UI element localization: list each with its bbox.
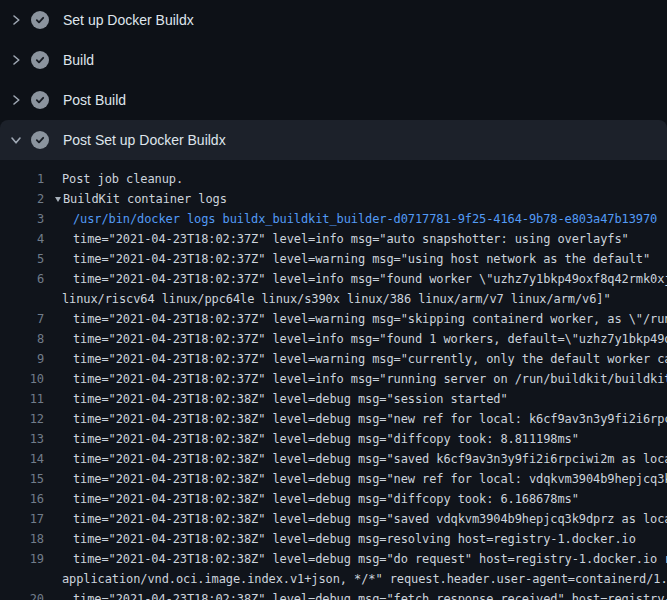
- log-line-continuation: application/vnd.oci.image.index.v1+json,…: [0, 569, 667, 589]
- log-line: 1Post job cleanup.: [0, 169, 667, 189]
- log-line: 8time="2021-04-23T18:02:37Z" level=info …: [0, 329, 667, 349]
- check-circle-icon: [31, 51, 49, 69]
- line-number[interactable]: 19: [0, 549, 44, 569]
- line-number: [0, 289, 44, 309]
- line-number[interactable]: 18: [0, 529, 44, 549]
- chevron-right-icon: [10, 54, 22, 66]
- log-line-text: time="2021-04-23T18:02:38Z" level=debug …: [73, 389, 508, 409]
- line-number[interactable]: 1: [0, 169, 44, 189]
- log-viewer: 1Post job cleanup. 2BuildKit container l…: [0, 160, 667, 600]
- line-number[interactable]: 2: [0, 189, 44, 209]
- log-line: 16time="2021-04-23T18:02:38Z" level=debu…: [0, 489, 667, 509]
- log-line-text: Post job cleanup.: [62, 169, 183, 189]
- log-line-text: time="2021-04-23T18:02:38Z" level=debug …: [73, 549, 667, 569]
- log-command-link[interactable]: /usr/bin/docker logs buildx_buildkit_bui…: [73, 209, 657, 229]
- log-line-text: time="2021-04-23T18:02:37Z" level=info m…: [73, 269, 667, 289]
- log-line-text: time="2021-04-23T18:02:37Z" level=info m…: [73, 369, 667, 389]
- line-number[interactable]: 20: [0, 589, 44, 600]
- log-line-text: linux/riscv64 linux/ppc64le linux/s390x …: [62, 289, 611, 309]
- step-label: Build: [63, 52, 94, 68]
- log-line: 5time="2021-04-23T18:02:37Z" level=warni…: [0, 249, 667, 269]
- line-number[interactable]: 3: [0, 209, 44, 229]
- line-number[interactable]: 8: [0, 329, 44, 349]
- log-line-continuation: linux/riscv64 linux/ppc64le linux/s390x …: [0, 289, 667, 309]
- log-line: 12time="2021-04-23T18:02:38Z" level=debu…: [0, 409, 667, 429]
- log-line-text: time="2021-04-23T18:02:37Z" level=info m…: [73, 229, 629, 249]
- line-number[interactable]: 16: [0, 489, 44, 509]
- line-number[interactable]: 7: [0, 309, 44, 329]
- log-group-header[interactable]: 2BuildKit container logs: [0, 189, 667, 209]
- log-line-text: time="2021-04-23T18:02:37Z" level=warnin…: [73, 309, 667, 329]
- line-number[interactable]: 10: [0, 369, 44, 389]
- step-label: Post Build: [63, 92, 126, 108]
- collapse-triangle-icon[interactable]: [55, 197, 61, 202]
- check-circle-icon: [31, 91, 49, 109]
- log-line-text: time="2021-04-23T18:02:38Z" level=debug …: [73, 429, 579, 449]
- log-line-text: time="2021-04-23T18:02:37Z" level=warnin…: [73, 349, 667, 369]
- chevron-right-icon: [10, 14, 22, 26]
- log-line: 18time="2021-04-23T18:02:38Z" level=debu…: [0, 529, 667, 549]
- log-line: 13time="2021-04-23T18:02:38Z" level=debu…: [0, 429, 667, 449]
- log-line-text: time="2021-04-23T18:02:38Z" level=debug …: [73, 529, 636, 549]
- line-number[interactable]: 6: [0, 269, 44, 289]
- line-number[interactable]: 9: [0, 349, 44, 369]
- check-circle-icon: [31, 131, 49, 149]
- line-number[interactable]: 17: [0, 509, 44, 529]
- check-circle-icon: [31, 11, 49, 29]
- log-line-text: time="2021-04-23T18:02:38Z" level=debug …: [73, 449, 667, 469]
- log-line: 6time="2021-04-23T18:02:37Z" level=info …: [0, 269, 667, 289]
- log-line-text: time="2021-04-23T18:02:38Z" level=debug …: [73, 469, 667, 489]
- log-line-text: application/vnd.oci.image.index.v1+json,…: [62, 569, 667, 589]
- log-line: 4time="2021-04-23T18:02:37Z" level=info …: [0, 229, 667, 249]
- log-line: 10time="2021-04-23T18:02:37Z" level=info…: [0, 369, 667, 389]
- line-number[interactable]: 5: [0, 249, 44, 269]
- step-row-build[interactable]: Build: [0, 40, 667, 80]
- line-number[interactable]: 14: [0, 449, 44, 469]
- chevron-down-icon: [10, 134, 22, 146]
- log-line: 11time="2021-04-23T18:02:38Z" level=debu…: [0, 389, 667, 409]
- step-row-post-build[interactable]: Post Build: [0, 80, 667, 120]
- log-line: 9time="2021-04-23T18:02:37Z" level=warni…: [0, 349, 667, 369]
- log-line: 7time="2021-04-23T18:02:37Z" level=warni…: [0, 309, 667, 329]
- log-group-title: BuildKit container logs: [63, 189, 227, 209]
- log-line: 15time="2021-04-23T18:02:38Z" level=debu…: [0, 469, 667, 489]
- line-number[interactable]: 12: [0, 409, 44, 429]
- log-line-text: time="2021-04-23T18:02:38Z" level=debug …: [73, 509, 667, 529]
- log-line: 14time="2021-04-23T18:02:38Z" level=debu…: [0, 449, 667, 469]
- log-line: 20time="2021-04-23T18:02:38Z" level=debu…: [0, 589, 667, 600]
- log-line-text: time="2021-04-23T18:02:37Z" level=info m…: [73, 329, 667, 349]
- chevron-right-icon: [10, 94, 22, 106]
- line-number[interactable]: 15: [0, 469, 44, 489]
- step-row-post-setup-docker-buildx[interactable]: Post Set up Docker Buildx: [0, 120, 667, 160]
- step-row-setup-docker-buildx[interactable]: Set up Docker Buildx: [0, 0, 667, 40]
- job-steps-list: Set up Docker Buildx Build Post Build Po…: [0, 0, 667, 160]
- log-line-text: time="2021-04-23T18:02:37Z" level=warnin…: [73, 249, 650, 269]
- line-number[interactable]: 13: [0, 429, 44, 449]
- line-number[interactable]: 4: [0, 229, 44, 249]
- line-number[interactable]: 11: [0, 389, 44, 409]
- line-number: [0, 569, 44, 589]
- log-line-text: time="2021-04-23T18:02:38Z" level=debug …: [73, 489, 579, 509]
- log-line-text: time="2021-04-23T18:02:38Z" level=debug …: [73, 589, 667, 600]
- step-label: Post Set up Docker Buildx: [63, 132, 226, 148]
- log-line: 17time="2021-04-23T18:02:38Z" level=debu…: [0, 509, 667, 529]
- log-line-text: time="2021-04-23T18:02:38Z" level=debug …: [73, 409, 667, 429]
- log-line: 19time="2021-04-23T18:02:38Z" level=debu…: [0, 549, 667, 569]
- step-label: Set up Docker Buildx: [63, 12, 194, 28]
- log-line: 3/usr/bin/docker logs buildx_buildkit_bu…: [0, 209, 667, 229]
